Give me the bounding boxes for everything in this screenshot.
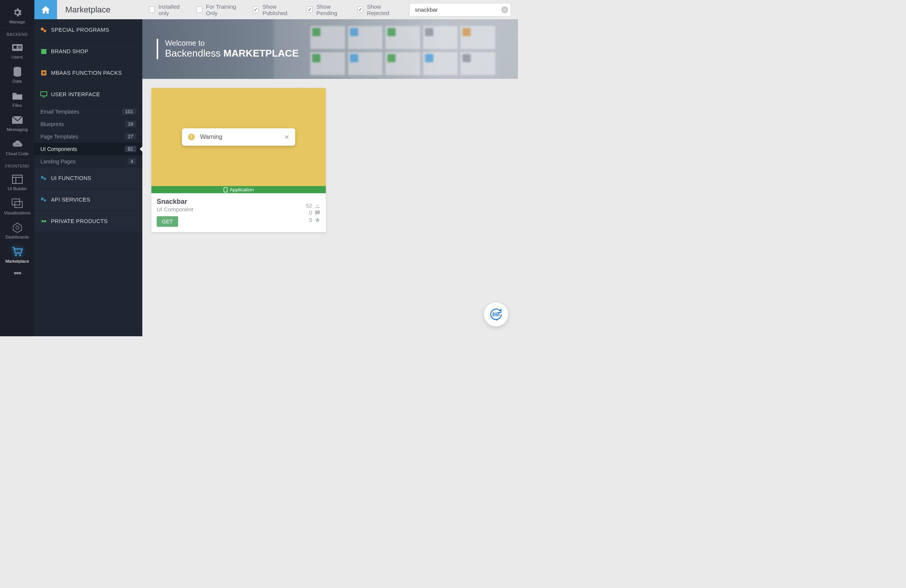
subcategory-blueprints[interactable]: Blueprints 18 bbox=[34, 118, 142, 130]
svg-point-22 bbox=[41, 176, 44, 179]
rail-label-visualizations: Visualizations bbox=[4, 210, 30, 215]
svg-rect-3 bbox=[18, 48, 22, 48]
checkbox-icon bbox=[307, 6, 313, 13]
rail-section-frontend: FRONTEND bbox=[5, 164, 29, 168]
card-stats: 52 0 5 bbox=[306, 198, 321, 227]
filter-for-training-only[interactable]: For Training Only bbox=[196, 3, 244, 16]
home-button[interactable] bbox=[34, 0, 57, 19]
svg-rect-18 bbox=[41, 51, 46, 54]
rail-separator bbox=[2, 159, 33, 160]
rail-label-users: Users bbox=[11, 55, 23, 59]
svg-point-25 bbox=[44, 199, 46, 202]
clear-search-icon[interactable]: ✕ bbox=[501, 6, 508, 13]
category-label: USER INTERFACE bbox=[51, 91, 100, 97]
rail-label-cloud-code: Cloud Code bbox=[6, 151, 29, 156]
gear-icon bbox=[12, 7, 23, 18]
star-icon bbox=[314, 217, 321, 223]
rail-label-data: Data bbox=[13, 79, 22, 83]
subcategory-count: 4 bbox=[128, 158, 136, 164]
rail-more-button[interactable]: ••• bbox=[14, 266, 21, 281]
page-title: Marketplace bbox=[57, 5, 111, 15]
category-label: MBAAS FUNCTION PACKS bbox=[51, 70, 122, 76]
rail-item-marketplace[interactable]: Marketplace bbox=[0, 242, 34, 266]
panel-header: Marketplace bbox=[34, 0, 142, 19]
results-grid: ! Warning ✕ Application Snackbar UI Comp… bbox=[142, 79, 518, 241]
filter-installed-only[interactable]: Installed only bbox=[149, 3, 187, 16]
subcategory-label: Blueprints bbox=[40, 121, 64, 127]
category-label: BRAND SHOP bbox=[51, 48, 88, 54]
subcategory-count: 101 bbox=[122, 108, 136, 115]
category-user-interface[interactable]: USER INTERFACE bbox=[34, 84, 142, 105]
rail-item-ui-builder[interactable]: UI Builder bbox=[0, 170, 34, 194]
svg-point-14 bbox=[15, 254, 17, 256]
rail-separator bbox=[2, 28, 33, 28]
fab-text: BB bbox=[492, 311, 500, 317]
filter-show-pending[interactable]: Show Pending bbox=[307, 3, 348, 16]
subcategory-label: Email Templates bbox=[40, 109, 79, 115]
subcategory-ui-components[interactable]: UI Components 91 bbox=[34, 143, 142, 155]
svg-rect-1 bbox=[14, 46, 17, 49]
search-wrap: ✕ bbox=[409, 3, 511, 17]
rail-label-dashboards: Dashboards bbox=[5, 235, 29, 239]
snackbar-preview: ! Warning ✕ bbox=[182, 128, 295, 146]
product-card-snackbar[interactable]: ! Warning ✕ Application Snackbar UI Comp… bbox=[152, 88, 326, 232]
cart-icon bbox=[12, 246, 23, 257]
get-button[interactable]: GET bbox=[157, 216, 178, 227]
stat-downloads: 52 bbox=[306, 202, 321, 209]
category-brand-shop[interactable]: BRAND SHOP bbox=[34, 41, 142, 62]
toolbar: Installed only For Training Only Show Pu… bbox=[142, 0, 518, 19]
svg-text:</>: </> bbox=[15, 143, 19, 146]
category-special-programs[interactable]: SPECIAL PROGRAMS bbox=[34, 19, 142, 41]
warning-icon: ! bbox=[188, 134, 195, 140]
filter-show-published[interactable]: Show Published bbox=[253, 3, 298, 16]
rail-item-dashboards[interactable]: Dashboards bbox=[0, 218, 34, 242]
svg-rect-10 bbox=[12, 199, 20, 205]
rail-item-cloud-code[interactable]: </> Cloud Code bbox=[0, 135, 34, 159]
svg-point-24 bbox=[41, 198, 44, 201]
svg-marker-12 bbox=[13, 223, 22, 233]
checkbox-icon bbox=[149, 6, 155, 13]
comment-icon bbox=[314, 210, 321, 216]
card-subtitle: UI Component bbox=[157, 206, 193, 212]
close-icon: ✕ bbox=[284, 134, 289, 141]
rail-item-users[interactable]: Users bbox=[0, 38, 34, 62]
rail-item-visualizations[interactable]: Visualizations bbox=[0, 194, 34, 218]
rail-label-manage: Manage bbox=[10, 20, 25, 24]
subcategory-label: UI Components bbox=[40, 146, 77, 152]
subcategory-page-templates[interactable]: Page Templates 27 bbox=[34, 130, 142, 143]
filter-show-rejected[interactable]: Show Rejected bbox=[357, 3, 400, 16]
subcategory-count: 27 bbox=[125, 133, 136, 140]
banner-line1: Welcome to bbox=[165, 39, 298, 48]
category-mbaas-function-packs[interactable]: MBAAS FUNCTION PACKS bbox=[34, 62, 142, 84]
rail-item-files[interactable]: Files bbox=[0, 86, 34, 111]
category-label: SPECIAL PROGRAMS bbox=[51, 27, 109, 33]
svg-point-23 bbox=[44, 178, 46, 180]
handshake-icon bbox=[40, 218, 47, 225]
visualizations-icon bbox=[12, 198, 23, 209]
welcome-banner: Welcome to Backendless MARKETPLACE bbox=[142, 19, 518, 79]
subcategory-label: Landing Pages bbox=[40, 158, 75, 164]
rail-item-manage[interactable]: Manage bbox=[0, 3, 34, 27]
rail-item-data[interactable]: Data bbox=[0, 62, 34, 86]
category-api-services[interactable]: API SERVICES bbox=[34, 189, 142, 210]
card-title: Snackbar bbox=[157, 198, 193, 206]
subcategory-email-templates[interactable]: Email Templates 101 bbox=[34, 105, 142, 118]
rail-section-backend: BACKEND bbox=[7, 32, 27, 37]
shop-icon bbox=[40, 48, 47, 55]
help-fab[interactable]: BB bbox=[484, 302, 508, 327]
search-input[interactable] bbox=[409, 3, 511, 17]
subcategory-landing-pages[interactable]: Landing Pages 4 bbox=[34, 155, 142, 167]
category-ui-functions[interactable]: UI FUNCTIONS bbox=[34, 167, 142, 189]
rail-item-messaging[interactable]: Messaging bbox=[0, 111, 34, 135]
filter-label: Show Pending bbox=[316, 3, 348, 16]
category-private-products[interactable]: PRIVATE PRODUCTS bbox=[34, 210, 142, 232]
rail-label-messaging: Messaging bbox=[7, 127, 28, 132]
checkbox-icon bbox=[253, 6, 258, 13]
stat-comments: 0 bbox=[309, 209, 321, 216]
rail-label-ui-builder: UI Builder bbox=[8, 186, 27, 191]
home-icon bbox=[41, 5, 51, 14]
stat-stars: 5 bbox=[309, 217, 321, 223]
banner-decoration bbox=[310, 26, 495, 75]
envelope-icon bbox=[12, 114, 23, 126]
svg-point-15 bbox=[19, 254, 21, 256]
